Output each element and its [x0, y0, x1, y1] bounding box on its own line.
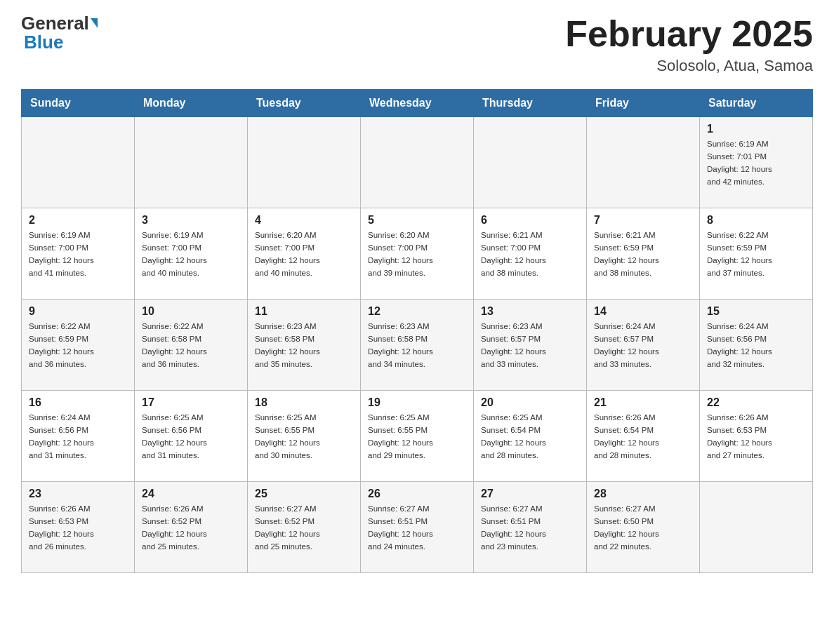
- calendar-cell: 14Sunrise: 6:24 AM Sunset: 6:57 PM Dayli…: [587, 300, 700, 391]
- day-info: Sunrise: 6:26 AM Sunset: 6:54 PM Dayligh…: [594, 412, 692, 462]
- day-number: 16: [29, 396, 127, 409]
- day-number: 6: [481, 214, 579, 227]
- day-info: Sunrise: 6:22 AM Sunset: 6:59 PM Dayligh…: [707, 229, 805, 279]
- day-number: 9: [29, 305, 127, 318]
- calendar-cell: 5Sunrise: 6:20 AM Sunset: 7:00 PM Daylig…: [361, 208, 474, 300]
- day-info: Sunrise: 6:22 AM Sunset: 6:59 PM Dayligh…: [29, 321, 127, 370]
- day-number: 12: [368, 305, 466, 318]
- weekday-header-wednesday: Wednesday: [361, 90, 474, 117]
- day-info: Sunrise: 6:24 AM Sunset: 6:56 PM Dayligh…: [29, 412, 127, 462]
- day-info: Sunrise: 6:22 AM Sunset: 6:58 PM Dayligh…: [142, 321, 240, 370]
- logo-blue-text: Blue: [24, 32, 63, 53]
- day-info: Sunrise: 6:24 AM Sunset: 6:56 PM Dayligh…: [707, 321, 805, 370]
- calendar-cell: 18Sunrise: 6:25 AM Sunset: 6:55 PM Dayli…: [248, 391, 361, 482]
- calendar-cell: 20Sunrise: 6:25 AM Sunset: 6:54 PM Dayli…: [474, 391, 587, 482]
- calendar-cell: 28Sunrise: 6:27 AM Sunset: 6:50 PM Dayli…: [587, 482, 700, 573]
- day-number: 17: [142, 396, 240, 409]
- week-row-2: 2Sunrise: 6:19 AM Sunset: 7:00 PM Daylig…: [22, 208, 813, 300]
- calendar-cell: 8Sunrise: 6:22 AM Sunset: 6:59 PM Daylig…: [700, 208, 813, 300]
- day-number: 13: [481, 305, 579, 318]
- day-info: Sunrise: 6:27 AM Sunset: 6:51 PM Dayligh…: [368, 503, 466, 553]
- calendar-cell: [474, 117, 587, 208]
- calendar-cell: 6Sunrise: 6:21 AM Sunset: 7:00 PM Daylig…: [474, 208, 587, 300]
- calendar-cell: 12Sunrise: 6:23 AM Sunset: 6:58 PM Dayli…: [361, 300, 474, 391]
- weekday-header-row: SundayMondayTuesdayWednesdayThursdayFrid…: [22, 90, 813, 117]
- day-info: Sunrise: 6:20 AM Sunset: 7:00 PM Dayligh…: [368, 229, 466, 279]
- calendar-cell: 1Sunrise: 6:19 AM Sunset: 7:01 PM Daylig…: [700, 117, 813, 208]
- day-number: 2: [29, 214, 127, 227]
- day-info: Sunrise: 6:21 AM Sunset: 6:59 PM Dayligh…: [594, 229, 692, 279]
- calendar-title: February 2025: [565, 14, 813, 54]
- day-info: Sunrise: 6:27 AM Sunset: 6:51 PM Dayligh…: [481, 503, 579, 553]
- week-row-5: 23Sunrise: 6:26 AM Sunset: 6:53 PM Dayli…: [22, 482, 813, 573]
- day-number: 24: [142, 488, 240, 500]
- day-info: Sunrise: 6:26 AM Sunset: 6:53 PM Dayligh…: [707, 412, 805, 462]
- logo-arrow-icon: [91, 18, 98, 28]
- logo-general-text: General: [21, 14, 89, 32]
- calendar-cell: 17Sunrise: 6:25 AM Sunset: 6:56 PM Dayli…: [135, 391, 248, 482]
- day-info: Sunrise: 6:25 AM Sunset: 6:56 PM Dayligh…: [142, 412, 240, 462]
- calendar-cell: 25Sunrise: 6:27 AM Sunset: 6:52 PM Dayli…: [248, 482, 361, 573]
- calendar-cell: 21Sunrise: 6:26 AM Sunset: 6:54 PM Dayli…: [587, 391, 700, 482]
- page-header: General Blue February 2025 Solosolo, Atu…: [21, 14, 813, 75]
- calendar-table: SundayMondayTuesdayWednesdayThursdayFrid…: [21, 89, 813, 573]
- day-number: 10: [142, 305, 240, 318]
- day-number: 25: [255, 488, 353, 500]
- day-number: 4: [255, 214, 353, 227]
- calendar-cell: 9Sunrise: 6:22 AM Sunset: 6:59 PM Daylig…: [22, 300, 135, 391]
- day-number: 5: [368, 214, 466, 227]
- day-info: Sunrise: 6:24 AM Sunset: 6:57 PM Dayligh…: [594, 321, 692, 370]
- calendar-subtitle: Solosolo, Atua, Samoa: [565, 57, 813, 75]
- day-info: Sunrise: 6:19 AM Sunset: 7:01 PM Dayligh…: [707, 138, 805, 188]
- day-info: Sunrise: 6:20 AM Sunset: 7:00 PM Dayligh…: [255, 229, 353, 279]
- day-info: Sunrise: 6:23 AM Sunset: 6:57 PM Dayligh…: [481, 321, 579, 370]
- calendar-cell: 24Sunrise: 6:26 AM Sunset: 6:52 PM Dayli…: [135, 482, 248, 573]
- day-info: Sunrise: 6:21 AM Sunset: 7:00 PM Dayligh…: [481, 229, 579, 279]
- day-number: 18: [255, 396, 353, 409]
- day-number: 19: [368, 396, 466, 409]
- weekday-header-thursday: Thursday: [474, 90, 587, 117]
- day-info: Sunrise: 6:23 AM Sunset: 6:58 PM Dayligh…: [255, 321, 353, 370]
- calendar-cell: [22, 117, 135, 208]
- weekday-header-sunday: Sunday: [22, 90, 135, 117]
- calendar-cell: 11Sunrise: 6:23 AM Sunset: 6:58 PM Dayli…: [248, 300, 361, 391]
- calendar-cell: 3Sunrise: 6:19 AM Sunset: 7:00 PM Daylig…: [135, 208, 248, 300]
- day-number: 27: [481, 488, 579, 500]
- calendar-cell: [700, 482, 813, 573]
- calendar-cell: 27Sunrise: 6:27 AM Sunset: 6:51 PM Dayli…: [474, 482, 587, 573]
- calendar-cell: 4Sunrise: 6:20 AM Sunset: 7:00 PM Daylig…: [248, 208, 361, 300]
- day-number: 20: [481, 396, 579, 409]
- weekday-header-friday: Friday: [587, 90, 700, 117]
- weekday-header-monday: Monday: [135, 90, 248, 117]
- day-info: Sunrise: 6:25 AM Sunset: 6:55 PM Dayligh…: [368, 412, 466, 462]
- calendar-cell: 22Sunrise: 6:26 AM Sunset: 6:53 PM Dayli…: [700, 391, 813, 482]
- day-number: 21: [594, 396, 692, 409]
- weekday-header-tuesday: Tuesday: [248, 90, 361, 117]
- day-info: Sunrise: 6:26 AM Sunset: 6:53 PM Dayligh…: [29, 503, 127, 553]
- title-block: February 2025 Solosolo, Atua, Samoa: [565, 14, 813, 75]
- day-number: 28: [594, 488, 692, 500]
- day-number: 3: [142, 214, 240, 227]
- calendar-cell: [135, 117, 248, 208]
- day-number: 11: [255, 305, 353, 318]
- day-info: Sunrise: 6:27 AM Sunset: 6:52 PM Dayligh…: [255, 503, 353, 553]
- day-info: Sunrise: 6:26 AM Sunset: 6:52 PM Dayligh…: [142, 503, 240, 553]
- calendar-cell: [361, 117, 474, 208]
- day-info: Sunrise: 6:25 AM Sunset: 6:55 PM Dayligh…: [255, 412, 353, 462]
- day-number: 26: [368, 488, 466, 500]
- calendar-cell: 10Sunrise: 6:22 AM Sunset: 6:58 PM Dayli…: [135, 300, 248, 391]
- day-info: Sunrise: 6:23 AM Sunset: 6:58 PM Dayligh…: [368, 321, 466, 370]
- day-info: Sunrise: 6:19 AM Sunset: 7:00 PM Dayligh…: [29, 229, 127, 279]
- logo: General Blue: [21, 14, 98, 53]
- calendar-cell: 16Sunrise: 6:24 AM Sunset: 6:56 PM Dayli…: [22, 391, 135, 482]
- day-number: 7: [594, 214, 692, 227]
- weekday-header-saturday: Saturday: [700, 90, 813, 117]
- day-number: 8: [707, 214, 805, 227]
- calendar-cell: [248, 117, 361, 208]
- calendar-cell: 23Sunrise: 6:26 AM Sunset: 6:53 PM Dayli…: [22, 482, 135, 573]
- day-number: 14: [594, 305, 692, 318]
- week-row-1: 1Sunrise: 6:19 AM Sunset: 7:01 PM Daylig…: [22, 117, 813, 208]
- day-info: Sunrise: 6:27 AM Sunset: 6:50 PM Dayligh…: [594, 503, 692, 553]
- calendar-cell: 7Sunrise: 6:21 AM Sunset: 6:59 PM Daylig…: [587, 208, 700, 300]
- week-row-4: 16Sunrise: 6:24 AM Sunset: 6:56 PM Dayli…: [22, 391, 813, 482]
